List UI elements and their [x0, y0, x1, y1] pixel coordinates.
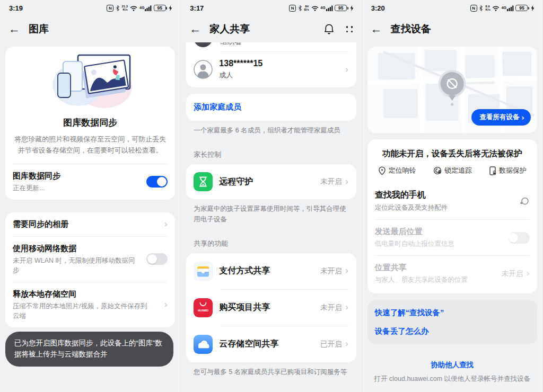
network-speed: 84B/s	[304, 5, 309, 12]
find-my-phone-label: 查找我的手机	[375, 190, 513, 201]
help-links-card: 快速了解“查找设备” 设备丢了怎么办	[367, 300, 537, 344]
location-sharing-label: 位置共享	[375, 263, 495, 273]
parental-control-note: 为家庭中的孩子设置屏幕使用时间等，引导其合理使用电子设备	[194, 204, 348, 225]
gallery-sync-illustration	[5, 47, 175, 113]
feature-label: 数据保护	[499, 166, 527, 175]
status-time: 3:20	[371, 4, 385, 12]
send-last-location-toggle[interactable]	[509, 232, 530, 244]
payment-sharing-status: 未开启	[320, 266, 342, 276]
screen-gallery-sync: 3:19 N 21.3K/s 4G 95 ← 图库	[0, 0, 181, 392]
mobile-data-label: 使用移动网络数据	[13, 244, 140, 254]
feature-locate-ring: 定位响铃	[378, 166, 416, 175]
purchase-sharing-row[interactable]: HUAWEI 购买项目共享 未开启 ›	[186, 290, 356, 326]
view-all-devices-button[interactable]: 查看所有设备›	[471, 109, 531, 126]
remote-guard-label: 远程守护	[219, 176, 314, 188]
notification-bell-icon[interactable]	[323, 23, 335, 35]
albums-to-sync-row[interactable]: 需要同步的相册 ›	[5, 212, 175, 236]
chevron-right-icon: ›	[164, 300, 168, 309]
bluetooth-icon	[116, 5, 120, 12]
gallery-sync-title: 图库数据同步	[5, 117, 175, 129]
remote-guard-card: 远程守护 未开启 ›	[186, 164, 356, 199]
bluetooth-icon	[298, 5, 302, 12]
chevron-right-icon: ›	[521, 114, 524, 121]
back-icon[interactable]: ←	[371, 23, 382, 35]
shared-features-note: 您可与最多 5 名家庭成员共享已购项目和订阅服务等	[194, 367, 348, 377]
back-icon[interactable]: ←	[189, 23, 201, 35]
nfc-icon: N	[470, 5, 477, 12]
remote-guard-row[interactable]: 远程守护 未开启 ›	[186, 164, 356, 199]
lock-track-icon	[433, 166, 442, 175]
protection-features: 定位响铃 锁定追踪 数据保护	[367, 166, 537, 183]
member-row[interactable]: 138******15 成人 ›	[186, 52, 356, 87]
gallery-sync-toggle-label: 图库数据同步	[13, 171, 140, 181]
network-speed: 8.9K/s	[485, 5, 491, 12]
purchase-sharing-status: 未开启	[320, 303, 342, 313]
mobile-data-row: 使用移动网络数据 未开启 WLAN 时，无限制使用移动数据同步	[5, 237, 175, 282]
location-sharing-row: 位置共享 与家人、朋友共享此设备的位置 未开启 ›	[367, 256, 537, 293]
albums-to-sync-label: 需要同步的相册	[13, 219, 158, 229]
app-header: ← 家人共享	[181, 16, 361, 42]
add-family-member-button[interactable]: 添加家庭成员	[186, 94, 356, 121]
protection-card: 功能未开启，设备丢失后将无法被保护 定位响铃 锁定追踪 数据保护 查找我的手机	[367, 139, 537, 293]
chevron-right-icon: ›	[345, 65, 349, 74]
page-title: 查找设备	[391, 22, 534, 36]
page-title: 家人共享	[209, 22, 314, 36]
bluetooth-icon	[479, 5, 483, 12]
location-sharing-status: 未开启	[502, 269, 523, 279]
free-space-label: 释放本地存储空间	[13, 289, 158, 299]
mobile-data-sub: 未开启 WLAN 时，无限制使用移动数据同步	[13, 256, 140, 275]
intro-link[interactable]: 快速了解“查找设备”	[375, 308, 530, 318]
parental-control-section-label: 家长控制	[194, 150, 348, 159]
toast-message: 已为您开启图库数据同步，此设备上的“图库”数据将被上传并与云端数据合并	[5, 332, 173, 367]
lost-device-link[interactable]: 设备丢了怎么办	[375, 326, 530, 336]
charging-icon	[350, 5, 354, 11]
mobile-data-toggle[interactable]	[146, 253, 168, 265]
find-my-phone-row[interactable]: 查找我的手机 定位此设备及受支持配件	[367, 183, 537, 219]
cloud-icon	[194, 335, 213, 354]
assist-others-link[interactable]: 协助他人查找	[362, 360, 542, 370]
cloud-storage-sharing-status: 已开启	[320, 340, 342, 349]
battery-icon: 95	[154, 5, 166, 12]
gallery-sync-toggle[interactable]	[146, 176, 168, 188]
chevron-right-icon: ›	[164, 220, 168, 229]
assist-others-note: 打开 cloud.huawei.com 以便他人登录帐号并查找设备	[362, 375, 542, 384]
chevron-right-icon: ›	[526, 269, 530, 278]
wifi-icon	[130, 5, 137, 11]
screen-find-device: 3:20 N 8.9K/s 4G 95 ← 查找设备	[362, 0, 543, 392]
cloud-storage-sharing-row[interactable]: 云存储空间共享 已开启 ›	[186, 326, 356, 362]
organizer-row[interactable]: 组织者	[186, 42, 356, 51]
location-sharing-sub: 与家人、朋友共享此设备的位置	[375, 275, 495, 284]
network-speed: 21.3K/s	[121, 5, 128, 12]
app-header: ← 图库	[0, 16, 180, 42]
more-grid-icon[interactable]	[346, 26, 353, 32]
wallet-icon	[194, 262, 213, 281]
wifi-icon	[311, 5, 319, 11]
shared-features-card: 支付方式共享 未开启 › HUAWEI 购买项目共享 未开启 ›	[186, 253, 356, 362]
free-space-sub: 压缩不常用的本地照片/视频，原始文件保存到云端	[13, 301, 151, 320]
status-time: 3:17	[190, 4, 204, 12]
appgallery-icon: HUAWEI	[194, 298, 213, 317]
gallery-sync-card: 图库数据同步 将您珍藏的照片和视频保存至云空间，可防止丢失并节省设备存储空间，在…	[5, 47, 175, 200]
chevron-right-icon: ›	[345, 177, 349, 186]
find-my-phone-sub: 定位此设备及受支持配件	[375, 203, 513, 212]
organizer-avatar	[194, 42, 213, 47]
send-last-location-row: 发送最后位置 低电量时自动上报位置信息	[367, 220, 537, 255]
nfc-icon: N	[289, 5, 296, 12]
device-map-card: 查看所有设备›	[367, 47, 537, 133]
phone-lock-icon	[489, 166, 496, 175]
payment-sharing-label: 支付方式共享	[219, 265, 314, 277]
assist-others-block: 协助他人查找 打开 cloud.huawei.com 以便他人登录帐号并查找设备	[362, 360, 542, 384]
feature-label: 锁定追踪	[444, 166, 472, 175]
wifi-icon	[492, 5, 500, 11]
gallery-sync-status: 正在更新...	[13, 183, 140, 193]
back-icon[interactable]: ←	[8, 23, 20, 35]
free-space-row[interactable]: 释放本地存储空间 压缩不常用的本地照片/视频，原始文件保存到云端 ›	[5, 282, 175, 327]
payment-sharing-row[interactable]: 支付方式共享 未开启 ›	[186, 253, 356, 289]
charging-icon	[169, 5, 172, 11]
send-last-location-label: 发送最后位置	[375, 227, 502, 237]
purchase-sharing-label: 购买项目共享	[219, 302, 314, 313]
gallery-sync-toggle-row: 图库数据同步 正在更新...	[5, 164, 175, 200]
loading-spinner-icon	[519, 196, 530, 207]
view-all-devices-label: 查看所有设备	[479, 113, 519, 122]
member-role: 成人	[219, 70, 339, 81]
